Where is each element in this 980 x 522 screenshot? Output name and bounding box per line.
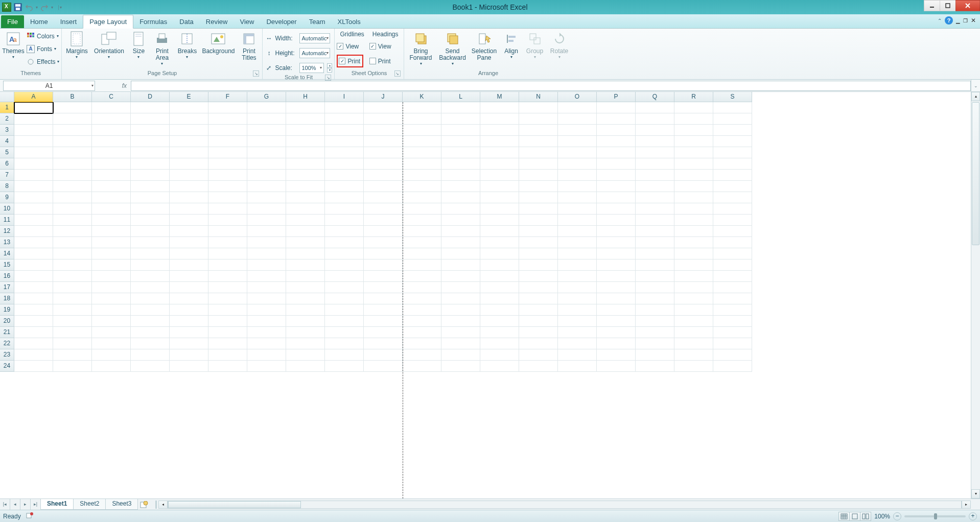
- last-sheet-button[interactable]: ▸|: [31, 499, 41, 510]
- send-backward-button[interactable]: Send Backward▾: [438, 30, 468, 66]
- cell[interactable]: [92, 259, 131, 271]
- row-header[interactable]: 10: [0, 203, 14, 215]
- cell[interactable]: [92, 304, 131, 316]
- cell[interactable]: [674, 316, 713, 327]
- cell[interactable]: [286, 248, 325, 259]
- workbook-restore-icon[interactable]: ❐: [963, 18, 968, 23]
- cell[interactable]: [597, 282, 636, 293]
- cell[interactable]: [519, 282, 558, 293]
- cell[interactable]: [170, 113, 208, 125]
- cell[interactable]: [519, 215, 558, 226]
- tab-review[interactable]: Review: [200, 15, 234, 28]
- cell[interactable]: [597, 203, 636, 215]
- cell[interactable]: [636, 170, 674, 181]
- cell[interactable]: [558, 125, 597, 136]
- cell[interactable]: [286, 316, 325, 327]
- cell[interactable]: [597, 136, 636, 147]
- cell[interactable]: [131, 181, 170, 192]
- cell[interactable]: [325, 226, 364, 237]
- cell[interactable]: [519, 338, 558, 349]
- cell[interactable]: [92, 136, 131, 147]
- cell[interactable]: [674, 181, 713, 192]
- column-header[interactable]: C: [92, 92, 131, 102]
- cell[interactable]: [713, 237, 752, 248]
- column-header[interactable]: A: [14, 92, 53, 102]
- cell[interactable]: [364, 226, 403, 237]
- cell[interactable]: [14, 316, 53, 327]
- cell[interactable]: [325, 215, 364, 226]
- cell[interactable]: [441, 181, 480, 192]
- column-header[interactable]: R: [674, 92, 713, 102]
- cell[interactable]: [14, 192, 53, 203]
- cell[interactable]: [247, 361, 286, 372]
- cell[interactable]: [131, 113, 170, 125]
- cell[interactable]: [170, 125, 208, 136]
- cell[interactable]: [53, 215, 92, 226]
- cell[interactable]: [325, 271, 364, 282]
- cell[interactable]: [131, 361, 170, 372]
- scroll-left-button[interactable]: ◂: [158, 501, 168, 509]
- cell[interactable]: [325, 136, 364, 147]
- cell[interactable]: [170, 102, 208, 113]
- row-header[interactable]: 7: [0, 170, 14, 181]
- cell[interactable]: [325, 125, 364, 136]
- cell[interactable]: [325, 248, 364, 259]
- column-header[interactable]: G: [247, 92, 286, 102]
- row-header[interactable]: 5: [0, 147, 14, 158]
- cell[interactable]: [558, 293, 597, 304]
- scale-spinner[interactable]: ▴▾: [327, 63, 332, 73]
- cell[interactable]: [441, 113, 480, 125]
- cell[interactable]: [325, 293, 364, 304]
- cell[interactable]: [636, 181, 674, 192]
- cell[interactable]: [208, 158, 247, 170]
- cell[interactable]: [286, 226, 325, 237]
- cell[interactable]: [170, 237, 208, 248]
- cell[interactable]: [208, 271, 247, 282]
- cell[interactable]: [208, 226, 247, 237]
- cell[interactable]: [14, 113, 53, 125]
- cell[interactable]: [558, 158, 597, 170]
- cell[interactable]: [247, 293, 286, 304]
- cell[interactable]: [131, 259, 170, 271]
- cell[interactable]: [480, 226, 519, 237]
- cell[interactable]: [597, 113, 636, 125]
- cell[interactable]: [14, 125, 53, 136]
- cell[interactable]: [403, 293, 441, 304]
- cell[interactable]: [713, 125, 752, 136]
- cell[interactable]: [441, 293, 480, 304]
- cell[interactable]: [403, 181, 441, 192]
- cell[interactable]: [480, 316, 519, 327]
- cell[interactable]: [92, 327, 131, 338]
- cell[interactable]: [53, 192, 92, 203]
- cell[interactable]: [53, 361, 92, 372]
- cell[interactable]: [208, 327, 247, 338]
- cell[interactable]: [14, 136, 53, 147]
- cell[interactable]: [247, 259, 286, 271]
- cell[interactable]: [247, 304, 286, 316]
- row-header[interactable]: 13: [0, 237, 14, 248]
- cell[interactable]: [208, 237, 247, 248]
- theme-fonts-button[interactable]: AFonts▾: [27, 42, 59, 55]
- cell[interactable]: [92, 113, 131, 125]
- cell[interactable]: [364, 192, 403, 203]
- cell[interactable]: [441, 248, 480, 259]
- cell[interactable]: [170, 338, 208, 349]
- cell[interactable]: [597, 181, 636, 192]
- themes-button[interactable]: Aa Themes ▾: [2, 30, 25, 59]
- cell[interactable]: [558, 338, 597, 349]
- cell[interactable]: [519, 361, 558, 372]
- bring-forward-button[interactable]: Bring Forward▾: [406, 30, 436, 66]
- cell[interactable]: [636, 304, 674, 316]
- cell[interactable]: [519, 158, 558, 170]
- cell[interactable]: [597, 361, 636, 372]
- cell[interactable]: [441, 203, 480, 215]
- cell[interactable]: [558, 170, 597, 181]
- cell[interactable]: [480, 102, 519, 113]
- cell[interactable]: [558, 327, 597, 338]
- cell[interactable]: [674, 361, 713, 372]
- first-sheet-button[interactable]: |◂: [0, 499, 10, 510]
- cell[interactable]: [53, 181, 92, 192]
- cell[interactable]: [247, 181, 286, 192]
- sheet-tab-2[interactable]: Sheet2: [73, 499, 106, 510]
- cell[interactable]: [325, 192, 364, 203]
